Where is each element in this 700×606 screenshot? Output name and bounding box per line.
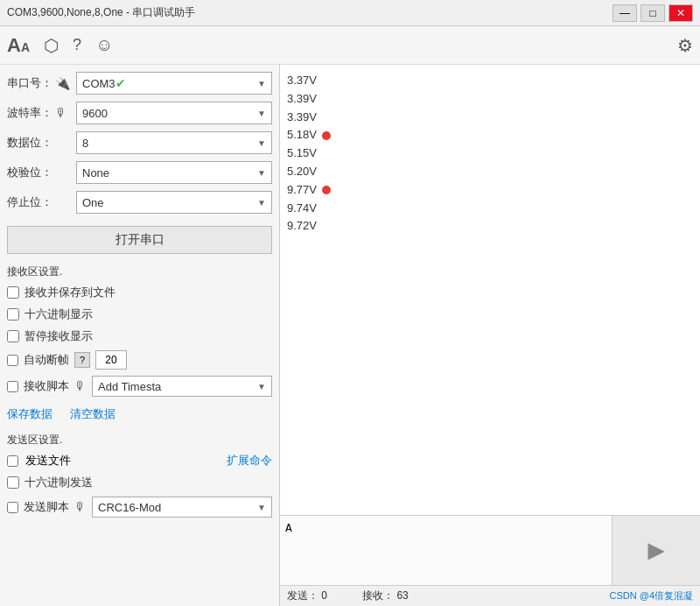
send-area-wrapper: A ►: [280, 515, 700, 585]
auto-frame-number[interactable]: 20: [95, 350, 127, 370]
send-file-label: 发送文件: [25, 453, 71, 469]
receive-line: 3.39V: [287, 90, 693, 109]
databits-label: 数据位：: [7, 135, 55, 151]
receive-line-text: 3.39V: [287, 90, 317, 109]
baud-arrow: ▼: [257, 109, 266, 118]
cb-send-file-input[interactable]: [7, 455, 18, 467]
receive-line-text: 5.18V: [287, 126, 317, 144]
recv-count: 63: [396, 589, 408, 602]
title-bar: COM3,9600,None,8,One - 串口调试助手 — □ ✕: [0, 0, 700, 26]
receive-line: 9.72V: [287, 217, 693, 236]
send-count: 0: [321, 589, 327, 602]
receive-line: 3.37V: [287, 72, 693, 90]
send-button[interactable]: ►: [612, 516, 700, 585]
receive-line: 5.20V: [287, 163, 693, 181]
receive-line-text: 3.39V: [287, 109, 317, 127]
send-script-row: 发送脚本 🎙 CRC16-Mod ▼: [7, 497, 272, 518]
script-value: Add Timesta: [98, 380, 161, 393]
port-select[interactable]: COM3 ✔ ▼: [76, 72, 272, 95]
stopbits-row: 停止位： One ▼: [7, 191, 272, 214]
font-icon[interactable]: AA: [7, 34, 30, 57]
baud-icon: 🎙: [55, 106, 76, 120]
receive-line-text: 9.77V: [287, 181, 317, 200]
status-left: 发送： 0 接收： 63: [287, 588, 409, 603]
cb-hex-send: 十六进制发送: [7, 475, 272, 490]
databits-select[interactable]: 8 ▼: [76, 131, 272, 154]
cb-script-input[interactable]: [7, 381, 18, 392]
title-text: COM3,9600,None,8,One - 串口调试助手: [7, 5, 195, 20]
cb-pause-label: 暂停接收显示: [24, 328, 93, 344]
receive-line: 3.39V: [287, 109, 693, 127]
cb-hex-display-input[interactable]: [7, 308, 19, 321]
send-status: 发送： 0: [287, 588, 327, 603]
parity-arrow: ▼: [257, 168, 266, 178]
gear-icon[interactable]: ⚙: [677, 35, 693, 56]
databits-value: 8: [82, 137, 88, 150]
stopbits-label: 停止位：: [7, 194, 55, 210]
receive-line-text: 9.74V: [287, 200, 317, 218]
send-script-label: 发送脚本: [24, 499, 69, 515]
toolbar-left: AA ⬡ ? ☺: [7, 34, 113, 57]
receive-line-text: 5.20V: [287, 163, 317, 181]
baud-label: 波特率：: [7, 105, 55, 121]
maximize-button[interactable]: □: [640, 4, 665, 22]
receive-line: 9.77V: [287, 181, 693, 200]
left-panel: 串口号： 🔌 COM3 ✔ ▼ 波特率： 🎙 9600 ▼ 数据位： 8 ▼: [0, 65, 280, 606]
script-select[interactable]: Add Timesta ▼: [92, 376, 272, 397]
cb-send-script-input[interactable]: [7, 502, 18, 513]
title-controls: — □ ✕: [612, 4, 693, 22]
baud-value: 9600: [82, 107, 108, 120]
cb-hex-send-input[interactable]: [7, 476, 19, 489]
question-mark-icon[interactable]: ?: [74, 352, 90, 368]
question-icon[interactable]: ?: [73, 36, 81, 54]
stopbits-arrow: ▼: [257, 198, 266, 208]
cb-pause-input[interactable]: [7, 330, 19, 342]
port-arrow: ▼: [257, 79, 266, 88]
auto-frame-label: 自动断帧: [24, 352, 69, 368]
databits-arrow: ▼: [257, 138, 266, 148]
cb-save-file-input[interactable]: [7, 286, 19, 299]
cb-pause-display: 暂停接收显示: [7, 328, 272, 344]
right-panel: 3.37V3.39V3.39V5.18V5.15V5.20V9.77V9.74V…: [280, 65, 700, 606]
port-row: 串口号： 🔌 COM3 ✔ ▼: [7, 72, 272, 95]
toolbar: AA ⬡ ? ☺ ⚙: [0, 26, 700, 65]
parity-value: None: [82, 166, 109, 180]
parity-select[interactable]: None ▼: [76, 161, 272, 184]
minimize-button[interactable]: —: [612, 4, 637, 22]
close-button[interactable]: ✕: [668, 4, 693, 22]
red-dot-indicator: [322, 131, 331, 140]
send-script-select[interactable]: CRC16-Mod ▼: [92, 497, 272, 518]
send-textarea[interactable]: A: [280, 516, 612, 585]
recv-label: 接收：: [362, 589, 394, 602]
receive-line: 5.18V: [287, 126, 693, 144]
parity-row: 校验位： None ▼: [7, 161, 272, 184]
edit-icon[interactable]: ⬡: [44, 35, 59, 56]
script-row: 接收脚本 🎙 Add Timesta ▼: [7, 376, 272, 397]
expand-link[interactable]: 扩展命令: [227, 453, 272, 469]
receive-section-title: 接收区设置.: [7, 264, 272, 279]
open-port-button[interactable]: 打开串口: [7, 226, 272, 254]
port-label: 串口号：: [7, 75, 55, 91]
receive-line-text: 5.15V: [287, 144, 317, 163]
save-data-link[interactable]: 保存数据: [7, 406, 52, 422]
receive-line: 5.15V: [287, 144, 693, 163]
clear-data-link[interactable]: 清空数据: [70, 406, 116, 422]
stopbits-value: One: [82, 196, 104, 209]
receive-line: 9.74V: [287, 200, 693, 218]
send-file-row: 发送文件 扩展命令: [7, 453, 272, 469]
cb-save-to-file: 接收并保存到文件: [7, 285, 272, 300]
cb-save-file-label: 接收并保存到文件: [24, 285, 116, 300]
script-label: 接收脚本: [24, 378, 69, 394]
send-script-value: CRC16-Mod: [98, 501, 161, 514]
send-script-mic-icon: 🎙: [74, 500, 87, 514]
baud-row: 波特率： 🎙 9600 ▼: [7, 102, 272, 124]
stopbits-select[interactable]: One ▼: [76, 191, 272, 214]
cb-hex-send-label: 十六进制发送: [24, 475, 93, 490]
receive-line-text: 3.37V: [287, 72, 317, 90]
port-icon: 🔌: [55, 76, 76, 90]
cb-auto-frame-input[interactable]: [7, 355, 18, 366]
baud-select[interactable]: 9600 ▼: [76, 102, 272, 124]
status-bar: 发送： 0 接收： 63 CSDN @4倍复混凝: [280, 585, 700, 606]
emoji-icon[interactable]: ☺: [95, 35, 113, 55]
cb-hex-display-label: 十六进制显示: [24, 307, 93, 322]
